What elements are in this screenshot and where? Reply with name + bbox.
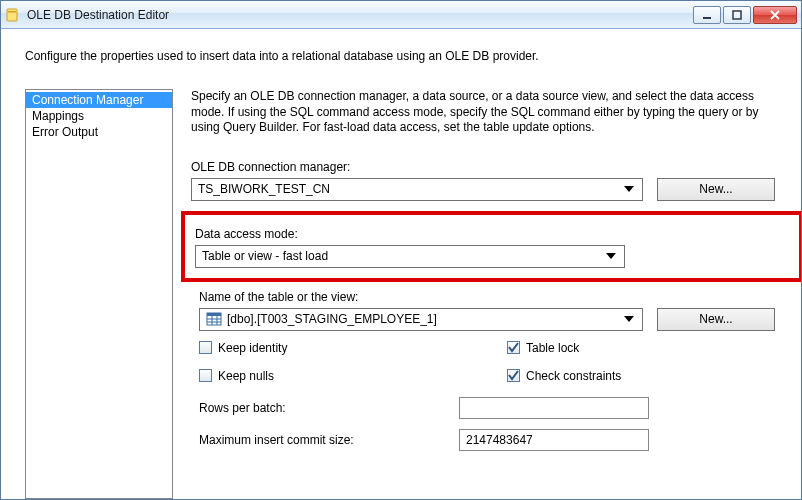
check-constraints-checkbox[interactable]: Check constraints	[507, 369, 775, 383]
keep-identity-checkbox[interactable]: Keep identity	[199, 341, 467, 355]
sidebar-item-connection-manager[interactable]: Connection Manager	[26, 92, 172, 108]
rows-per-batch-input[interactable]	[459, 397, 649, 419]
options-col-right: Table lock Check constraints	[507, 341, 775, 383]
new-table-button[interactable]: New...	[657, 308, 775, 331]
connection-manager-dropdown[interactable]: TS_BIWORK_TEST_CN	[191, 178, 643, 201]
checkbox-label: Keep identity	[218, 341, 287, 355]
rows-per-batch-row: Rows per batch:	[191, 397, 775, 419]
sidebar: Connection Manager Mappings Error Output	[25, 89, 173, 499]
checkbox-icon	[507, 341, 520, 354]
svg-rect-2	[703, 17, 711, 19]
button-label: New...	[699, 182, 732, 196]
max-commit-input[interactable]: 2147483647	[459, 429, 649, 451]
dropdown-value: [dbo].[T003_STAGING_EMPLOYEE_1]	[227, 312, 620, 326]
connection-manager-row: TS_BIWORK_TEST_CN New...	[191, 178, 775, 201]
panel-row: Connection Manager Mappings Error Output…	[25, 89, 777, 499]
title-bar: OLE DB Destination Editor	[1, 1, 801, 29]
input-value: 2147483647	[466, 433, 533, 447]
options-row: Keep identity Keep nulls Table lock	[191, 341, 775, 383]
window-title: OLE DB Destination Editor	[27, 8, 693, 22]
max-commit-row: Maximum insert commit size: 2147483647	[191, 429, 775, 451]
instructions-text: Specify an OLE DB connection manager, a …	[191, 89, 775, 136]
maximize-button[interactable]	[723, 6, 751, 24]
keep-nulls-checkbox[interactable]: Keep nulls	[199, 369, 467, 383]
table-name-label: Name of the table or the view:	[191, 290, 775, 304]
data-access-mode-highlight: Data access mode: Table or view - fast l…	[181, 211, 802, 282]
dropdown-value: TS_BIWORK_TEST_CN	[198, 182, 620, 196]
table-name-dropdown[interactable]: [dbo].[T003_STAGING_EMPLOYEE_1]	[199, 308, 643, 331]
data-access-mode-dropdown[interactable]: Table or view - fast load	[195, 245, 625, 268]
connection-manager-label: OLE DB connection manager:	[191, 160, 775, 174]
options-col-left: Keep identity Keep nulls	[199, 341, 467, 383]
sidebar-item-label: Connection Manager	[32, 93, 143, 107]
content-area: Configure the properties used to insert …	[1, 29, 801, 500]
chevron-down-icon	[602, 246, 620, 267]
main-panel: Specify an OLE DB connection manager, a …	[173, 89, 777, 499]
checkbox-icon	[199, 369, 212, 382]
svg-rect-5	[207, 313, 221, 316]
svg-rect-3	[733, 11, 741, 19]
new-connection-button[interactable]: New...	[657, 178, 775, 201]
table-icon	[206, 312, 222, 326]
rows-per-batch-label: Rows per batch:	[199, 401, 459, 415]
checkbox-icon	[199, 341, 212, 354]
max-commit-label: Maximum insert commit size:	[199, 433, 459, 447]
table-lock-checkbox[interactable]: Table lock	[507, 341, 775, 355]
sidebar-item-label: Mappings	[32, 109, 84, 123]
svg-rect-0	[7, 9, 17, 21]
sidebar-item-error-output[interactable]: Error Output	[26, 124, 172, 140]
button-label: New...	[699, 312, 732, 326]
dropdown-value: Table or view - fast load	[202, 249, 602, 263]
chevron-down-icon	[620, 179, 638, 200]
checkbox-label: Check constraints	[526, 369, 621, 383]
svg-rect-1	[8, 11, 16, 13]
window-buttons	[693, 6, 797, 24]
sidebar-item-label: Error Output	[32, 125, 98, 139]
checkbox-icon	[507, 369, 520, 382]
checkbox-label: Keep nulls	[218, 369, 274, 383]
chevron-down-icon	[620, 309, 638, 330]
page-description: Configure the properties used to insert …	[25, 49, 777, 63]
app-icon	[5, 7, 21, 23]
minimize-button[interactable]	[693, 6, 721, 24]
sidebar-item-mappings[interactable]: Mappings	[26, 108, 172, 124]
close-button[interactable]	[753, 6, 797, 24]
data-access-mode-label: Data access mode:	[195, 227, 775, 241]
checkbox-label: Table lock	[526, 341, 579, 355]
